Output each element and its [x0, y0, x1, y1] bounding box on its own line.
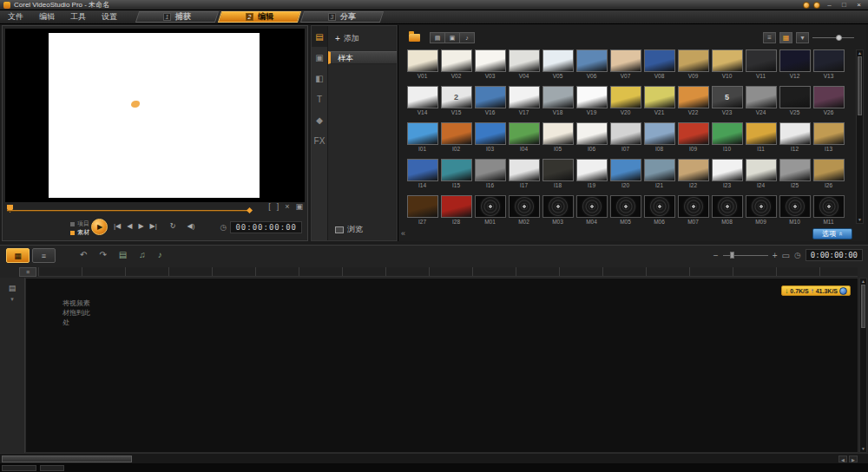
auto-music-icon[interactable]: ♪ [158, 250, 162, 259]
sound-mixer-icon[interactable]: ♫ [139, 250, 146, 259]
mark-out-button[interactable]: ] [277, 202, 279, 211]
library-thumbnail[interactable]: I06 [575, 122, 608, 159]
scrubber-track[interactable] [7, 210, 250, 212]
minimize-button[interactable]: – [824, 1, 835, 9]
library-thumbnail[interactable]: V13 [812, 49, 845, 86]
folder-icon[interactable] [409, 34, 420, 42]
library-thumbnail[interactable]: M07 [676, 195, 710, 232]
category-item-sample[interactable]: 样本 [328, 51, 397, 64]
library-thumbnail[interactable]: I05 [541, 122, 575, 159]
library-thumbnail[interactable]: I08 [642, 122, 676, 159]
add-folder-button[interactable]: + 添加 [328, 26, 397, 44]
library-thumbnail[interactable]: I10 [710, 122, 744, 159]
library-thumbnail[interactable]: M06 [642, 195, 676, 232]
help-icon[interactable] [803, 2, 810, 9]
scroll-down-icon[interactable]: ▼ [860, 446, 866, 452]
library-thumbnail[interactable]: I17 [507, 159, 541, 195]
library-thumbnail[interactable]: V09 [676, 49, 710, 86]
library-thumbnail[interactable]: V26 [812, 86, 845, 122]
transition-icon[interactable]: ◧ [312, 68, 327, 88]
library-thumbnail[interactable]: I25 [778, 159, 812, 195]
library-thumbnail[interactable]: I13 [812, 122, 845, 159]
library-thumbnail[interactable]: V24 [744, 86, 778, 122]
library-thumbnail[interactable]: V14 [405, 86, 439, 122]
library-thumbnail[interactable]: 2V15 [439, 86, 473, 122]
menu-item[interactable]: 工具 [62, 11, 94, 23]
grid-view-button[interactable]: ▦ [779, 32, 792, 43]
volume-button[interactable]: ◀) [187, 222, 194, 230]
step-tab[interactable]: 3分享 [300, 11, 384, 23]
library-thumbnail[interactable]: V11 [744, 49, 778, 86]
timeline-horizontal-scrollbar[interactable]: ◀ ▶ [0, 453, 868, 463]
library-thumbnail[interactable]: V12 [778, 49, 812, 86]
filter-audio-button[interactable]: ♪ [459, 32, 475, 43]
library-thumbnail[interactable]: V17 [507, 86, 541, 122]
library-thumbnail[interactable]: V21 [642, 86, 676, 122]
timeline-zoom-slider[interactable] [723, 250, 768, 260]
video-track-icon[interactable]: ▤ [0, 284, 24, 292]
scrollbar-thumb[interactable] [2, 456, 132, 462]
library-thumbnail[interactable]: V25 [778, 86, 812, 122]
library-thumbnail[interactable]: M03 [541, 195, 575, 232]
zoom-in-button[interactable]: + [773, 251, 778, 260]
library-thumbnail[interactable]: V08 [642, 49, 676, 86]
repeat-button[interactable]: ↻ [170, 222, 176, 230]
photo-gallery-icon[interactable]: ▣ [312, 47, 327, 68]
timeline-vertical-scrollbar[interactable]: ▲ ▼ [859, 278, 867, 453]
undo-button[interactable]: ↶ [80, 250, 87, 259]
scroll-up-icon[interactable]: ▲ [857, 50, 863, 56]
library-thumbnail[interactable]: V18 [541, 86, 575, 122]
library-thumbnail[interactable]: I27 [405, 195, 439, 232]
player-timecode[interactable]: 00:00:00:00 [230, 221, 302, 233]
library-thumbnail[interactable]: V22 [676, 86, 710, 122]
library-thumbnail[interactable]: I23 [710, 159, 744, 195]
library-thumbnail[interactable]: 5V23 [710, 86, 744, 122]
library-thumbnail[interactable]: V20 [608, 86, 642, 122]
net-tool-icon[interactable] [839, 287, 847, 295]
timeline-view-button[interactable]: ≡ [32, 248, 56, 263]
graphic-icon[interactable]: ◆ [312, 109, 327, 130]
library-thumbnail[interactable]: I24 [744, 159, 778, 195]
sort-button[interactable]: ▾ [796, 32, 809, 43]
library-thumbnail[interactable]: I03 [473, 122, 507, 159]
library-thumbnail[interactable]: M11 [812, 195, 845, 232]
library-thumbnail[interactable]: I19 [575, 159, 608, 195]
browse-button[interactable]: 浏览 [335, 224, 363, 235]
library-thumbnail[interactable]: M09 [744, 195, 778, 232]
menu-item[interactable]: 编辑 [31, 11, 62, 23]
collapse-panel-icon[interactable]: « [401, 229, 405, 238]
menu-item[interactable]: 文件 [0, 11, 31, 23]
library-thumbnail[interactable]: I12 [778, 122, 812, 159]
mark-in-button[interactable]: [ [268, 202, 271, 211]
library-thumbnail[interactable]: I15 [439, 159, 473, 195]
library-thumbnail[interactable]: I16 [473, 159, 507, 195]
library-thumbnail[interactable]: I09 [676, 122, 710, 159]
library-thumbnail[interactable]: M01 [473, 195, 507, 232]
clip-mode-button[interactable]: 素材 [70, 228, 89, 237]
library-thumbnail[interactable]: I14 [405, 159, 439, 195]
library-thumbnail[interactable]: I01 [405, 122, 439, 159]
library-thumbnail[interactable]: I20 [608, 159, 642, 195]
delete-clip-button[interactable]: × [285, 202, 289, 211]
library-thumbnail[interactable]: M02 [507, 195, 541, 232]
library-thumbnail[interactable]: I18 [541, 159, 575, 195]
library-thumbnail[interactable]: V19 [575, 86, 608, 122]
trim-end-marker[interactable] [247, 207, 253, 213]
library-thumbnail[interactable]: V04 [507, 49, 541, 86]
filter-photo-button[interactable]: ▣ [444, 32, 460, 43]
thumbnail-size-slider[interactable] [812, 32, 854, 43]
video-track[interactable]: 将视频素材拖到此处 ↓ 0.7K/S ↑ 41.3K/S [25, 278, 858, 453]
enlarge-preview-button[interactable]: ▣ [295, 202, 303, 211]
scroll-left-icon[interactable]: ◀ [838, 456, 847, 462]
step-tab[interactable]: 2编辑 [218, 11, 301, 23]
previous-frame-button[interactable]: ◀ [127, 222, 132, 230]
update-icon[interactable] [813, 2, 820, 9]
library-thumbnail[interactable]: V10 [710, 49, 744, 86]
fit-project-button[interactable]: ▭ [782, 251, 790, 260]
library-thumbnail[interactable]: I04 [507, 122, 541, 159]
maximize-button[interactable]: □ [838, 1, 850, 9]
library-thumbnail[interactable]: V07 [608, 49, 642, 86]
play-button[interactable]: ▶ [91, 219, 108, 235]
zoom-out-button[interactable]: − [713, 251, 719, 260]
options-button[interactable]: 选项 « [812, 228, 852, 239]
